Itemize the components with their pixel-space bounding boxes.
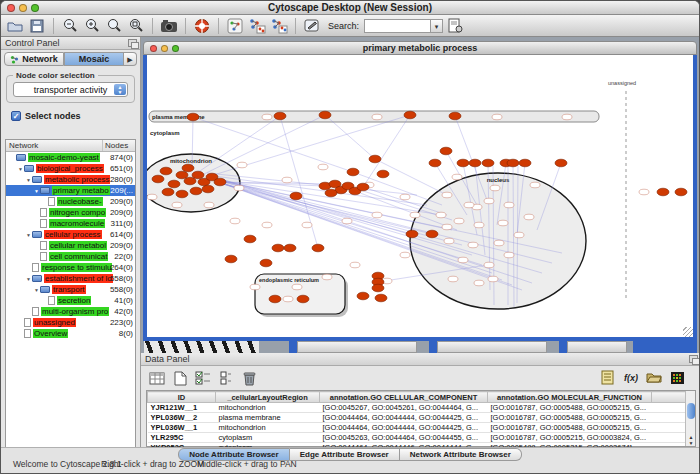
- network-node[interactable]: [507, 159, 519, 167]
- tree-row[interactable]: nitrogen compo209(0): [6, 207, 135, 218]
- network-node[interactable]: [377, 170, 389, 178]
- network-node-small[interactable]: [494, 240, 504, 246]
- network-canvas[interactable]: plasma membranecytoplasmmitochondrionnuc…: [147, 55, 693, 337]
- network-node[interactable]: [202, 185, 214, 193]
- table-row[interactable]: YLR295Ccytoplasm[GO:0045263, GO:0044464,…: [148, 433, 691, 443]
- network-node-small[interactable]: [524, 214, 534, 220]
- network-node-small[interactable]: [492, 114, 502, 120]
- network-node-small[interactable]: [448, 276, 458, 282]
- select-attributes-icon[interactable]: [193, 369, 213, 388]
- network-node-small[interactable]: [442, 192, 452, 198]
- network-node-small[interactable]: [458, 257, 468, 263]
- network-node-small[interactable]: [302, 222, 312, 228]
- new-attribute-icon[interactable]: [170, 369, 190, 388]
- network-node[interactable]: [440, 147, 452, 155]
- window-titlebar[interactable]: Cytoscape Desktop (New Session): [1, 1, 699, 15]
- tree-row[interactable]: mosaic-demo-yeast874(0): [6, 152, 135, 163]
- network-node[interactable]: [176, 190, 188, 198]
- network-node-small[interactable]: [372, 114, 382, 120]
- network-node[interactable]: [225, 255, 237, 263]
- network-node[interactable]: [406, 230, 418, 238]
- network-node-small[interactable]: [488, 276, 498, 282]
- network-node[interactable]: [162, 188, 174, 196]
- network-node[interactable]: [244, 235, 256, 243]
- network-node[interactable]: [426, 230, 438, 238]
- network-node[interactable]: [274, 112, 286, 120]
- tree-row[interactable]: unassigned223(0): [6, 317, 135, 328]
- network-node[interactable]: [469, 159, 481, 167]
- zoom-out-icon[interactable]: [60, 17, 80, 35]
- search-dropdown-icon[interactable]: ▾: [430, 19, 443, 33]
- disclosure-triangle-icon[interactable]: ▼: [25, 232, 32, 238]
- annotation-tool-icon[interactable]: [302, 17, 322, 35]
- tree-column-nodes[interactable]: Nodes: [103, 140, 135, 151]
- network-node[interactable]: [272, 244, 284, 252]
- column-header[interactable]: _cellularLayoutRegion: [216, 392, 320, 403]
- network-node-small[interactable]: [436, 212, 446, 218]
- tab-edge-attribute-browser[interactable]: Edge Attribute Browser: [290, 448, 400, 461]
- network-node-small[interactable]: [442, 224, 452, 230]
- zoom-selected-icon[interactable]: [104, 17, 124, 35]
- network-node[interactable]: [675, 188, 687, 196]
- network-node[interactable]: [182, 164, 194, 172]
- network-node-small[interactable]: [234, 185, 244, 191]
- node-color-dropdown[interactable]: transporter activity ▲▼: [13, 82, 128, 97]
- network-node-small[interactable]: [147, 194, 157, 200]
- network-node-small[interactable]: [504, 252, 514, 258]
- unselect-attributes-icon[interactable]: [216, 369, 236, 388]
- network-window[interactable]: primary metabolic process plasma membran…: [143, 41, 697, 341]
- tree-row[interactable]: ▼transport558(0): [6, 284, 135, 295]
- tree-column-network[interactable]: Network: [6, 140, 103, 151]
- tab-mosaic[interactable]: Mosaic: [64, 52, 124, 66]
- tree-row[interactable]: multi-organism pro42(0): [6, 306, 135, 317]
- float-panel-icon[interactable]: [689, 355, 698, 363]
- network-node[interactable]: [369, 155, 381, 163]
- network-node[interactable]: [160, 167, 172, 175]
- network-node-small[interactable]: [250, 284, 260, 290]
- network-node[interactable]: [319, 111, 331, 119]
- tree-row[interactable]: macromolecule311(0): [6, 218, 135, 229]
- network-node[interactable]: [555, 159, 567, 167]
- network-node-small[interactable]: [282, 177, 292, 183]
- network-node-small[interactable]: [464, 202, 474, 208]
- tree-row[interactable]: ▼biological_process651(0): [6, 163, 135, 174]
- network-node-small[interactable]: [454, 218, 464, 224]
- network-node[interactable]: [404, 111, 416, 119]
- network-node-small[interactable]: [452, 174, 462, 180]
- network-node-small[interactable]: [400, 194, 410, 200]
- network-node[interactable]: [284, 244, 296, 252]
- network-node-small[interactable]: [530, 182, 540, 188]
- network-node-small[interactable]: [230, 218, 240, 224]
- column-header[interactable]: annotation.GO CELLULAR_COMPONENT: [320, 392, 488, 403]
- network-node[interactable]: [192, 171, 204, 179]
- network-overview-icon[interactable]: [225, 17, 245, 35]
- network-node-small[interactable]: [504, 202, 514, 208]
- network-node[interactable]: [187, 113, 199, 121]
- tree-row[interactable]: cell communicat22(0): [6, 251, 135, 262]
- network-node[interactable]: [152, 175, 164, 183]
- resize-grip[interactable]: [683, 327, 693, 337]
- tab-node-attribute-browser[interactable]: Node Attribute Browser: [178, 448, 290, 461]
- network-node-small[interactable]: [237, 162, 247, 168]
- tree-row[interactable]: ▼cellular process614(0): [6, 229, 135, 240]
- network-node-small[interactable]: [292, 284, 302, 290]
- network-node-small[interactable]: [322, 274, 332, 280]
- column-header[interactable]: annotation.GO MOLECULAR_FUNCTION: [488, 392, 652, 403]
- apply-layout-b-icon[interactable]: [269, 17, 289, 35]
- network-node[interactable]: [347, 168, 359, 176]
- network-node-small[interactable]: [204, 202, 214, 208]
- network-node-small[interactable]: [490, 185, 500, 191]
- network-node-small[interactable]: [400, 252, 410, 258]
- network-node[interactable]: [482, 159, 494, 167]
- attribute-editor-icon[interactable]: [598, 368, 618, 387]
- disclosure-triangle-icon[interactable]: ▼: [33, 287, 40, 293]
- tree-row[interactable]: ▼metabolic process280(0): [6, 174, 135, 185]
- network-node[interactable]: [190, 187, 202, 195]
- network-node[interactable]: [357, 292, 369, 300]
- help-lifering-icon[interactable]: [192, 17, 212, 35]
- network-node-small[interactable]: [342, 218, 352, 224]
- tab-network-attribute-browser[interactable]: Network Attribute Browser: [400, 448, 522, 461]
- search-options-icon[interactable]: [445, 17, 465, 35]
- tree-row[interactable]: Overview8(0): [6, 328, 135, 339]
- import-attributes-icon[interactable]: [644, 368, 664, 387]
